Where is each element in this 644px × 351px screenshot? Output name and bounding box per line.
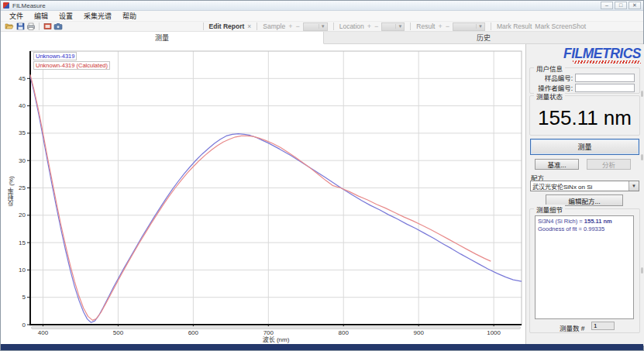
edit-report-close-icon[interactable]: × xyxy=(247,22,251,30)
svg-text:10: 10 xyxy=(19,267,26,274)
analyze-button[interactable]: 分析 xyxy=(587,159,631,170)
svg-text:15: 15 xyxy=(19,239,26,246)
menu-edit[interactable]: 编辑 xyxy=(29,10,53,22)
menu-settings[interactable]: 设置 xyxy=(53,10,78,22)
open-folder-icon xyxy=(5,22,14,30)
panel-grip-icon xyxy=(641,267,643,274)
panel-grip-icon xyxy=(641,91,643,97)
mark-result-button[interactable]: Mark Result xyxy=(497,22,532,30)
app-icon xyxy=(3,2,9,9)
details-line1: Si3N4 (Si Rich) = 155.11 nm xyxy=(538,218,631,225)
chevron-down-icon: ▼ xyxy=(476,24,484,29)
window-title: FILMeasure xyxy=(12,2,46,9)
measure-details-group: 测量细节 Si3N4 (Si Rich) = 155.11 nm Goodnes… xyxy=(529,208,640,333)
menu-file[interactable]: 文件 xyxy=(4,10,29,22)
menu-acquire-spectrum[interactable]: 采集光谱 xyxy=(78,10,117,22)
details-line2: Goodness of fit = 0.99335 xyxy=(538,225,631,233)
location-combobox[interactable]: ▼ xyxy=(381,22,405,31)
svg-text:600: 600 xyxy=(188,329,199,336)
location-add-button[interactable]: + xyxy=(367,22,371,30)
measure-details-text: Si3N4 (Si Rich) = 155.11 nm Goodness of … xyxy=(535,215,634,319)
recipe-select[interactable]: 武汉光安伦SiNx on Si ▼ xyxy=(530,181,639,191)
svg-text:5: 5 xyxy=(22,294,26,301)
result-add-button[interactable]: + xyxy=(438,22,442,30)
location-label: Location xyxy=(339,22,364,30)
open-file-button[interactable] xyxy=(4,22,15,31)
camera-icon xyxy=(53,22,63,30)
measure-status-group: 测量状态 155.11 nm xyxy=(529,95,640,136)
main-content: 4005006007008009001000051015202530354045… xyxy=(1,44,644,346)
user-info-title: 用户信息 xyxy=(534,64,565,73)
sample-add-button[interactable]: + xyxy=(288,22,292,30)
filmetrics-logo: FILMETRICS xyxy=(563,46,641,62)
operator-id-input[interactable] xyxy=(575,84,635,92)
edit-report-button[interactable]: Edit Report xyxy=(209,22,245,30)
print-button[interactable] xyxy=(26,22,36,31)
result-combobox[interactable]: ▼ xyxy=(453,22,485,31)
svg-text:900: 900 xyxy=(414,329,425,336)
result-remove-button[interactable]: − xyxy=(446,22,449,30)
baseline-tool-icon xyxy=(43,22,52,30)
mark-screenshot-button[interactable]: Mark ScreenShot xyxy=(535,22,586,30)
legend-calculated: Unknown-4319 (Calculated) xyxy=(33,61,110,70)
svg-text:1000: 1000 xyxy=(487,329,501,336)
svg-text:500: 500 xyxy=(113,329,124,336)
baseline-button[interactable]: 基准... xyxy=(535,159,579,170)
svg-text:25: 25 xyxy=(19,184,26,191)
svg-text:35: 35 xyxy=(19,129,26,136)
toolbar-separator xyxy=(39,22,40,30)
sample-remove-button[interactable]: − xyxy=(295,22,299,30)
menu-help[interactable]: 帮助 xyxy=(117,10,142,22)
logo-stripes-icon xyxy=(573,60,641,64)
close-button[interactable]: ✕ xyxy=(629,2,641,9)
bottom-status-bar xyxy=(1,344,643,350)
tab-measure[interactable]: 测量 xyxy=(1,32,324,44)
y-axis-title: 反射率 (%) xyxy=(7,141,15,242)
user-info-group: 用户信息 样品编号: 操作者编号: xyxy=(529,67,640,94)
svg-text:40: 40 xyxy=(19,102,26,109)
measure-details-title: 测量细节 xyxy=(534,205,565,214)
measure-count-input[interactable] xyxy=(591,322,615,330)
measure-count-label: 测量数 # xyxy=(560,323,585,332)
printer-icon xyxy=(26,22,36,30)
sample-id-label: 样品编号: xyxy=(530,73,575,82)
thickness-result: 155.11 nm xyxy=(530,106,639,130)
side-panel: FILMETRICS 用户信息 样品编号: 操作者编号: 测量状态 155.11… xyxy=(526,44,644,346)
chart-legend: Unknown-4319 Unknown-4319 (Calculated) xyxy=(33,52,110,70)
reflectance-chart: 4005006007008009001000051015202530354045… xyxy=(1,44,526,346)
svg-text:400: 400 xyxy=(38,329,49,336)
sample-combobox[interactable]: ▼ xyxy=(303,22,328,31)
menubar: 文件 编辑 设置 采集光谱 帮助 xyxy=(1,11,643,22)
legend-measured: Unknown-4319 xyxy=(33,52,77,60)
result-label: Result xyxy=(416,22,435,30)
tabstrip: 测量 历史 xyxy=(1,32,643,44)
report-toolbar: Edit Report × Sample + − ▼ Location + − … xyxy=(201,22,640,31)
save-button[interactable] xyxy=(15,22,26,31)
svg-text:20: 20 xyxy=(19,212,26,219)
location-remove-button[interactable]: − xyxy=(374,22,378,30)
chevron-down-icon[interactable]: ▼ xyxy=(629,181,639,191)
baseline-tool-button[interactable] xyxy=(42,22,53,31)
measure-status-title: 测量状态 xyxy=(534,91,565,101)
save-disk-icon xyxy=(16,22,25,30)
app-window: FILMeasure – □ ✕ 文件 编辑 设置 采集光谱 帮助 xyxy=(0,0,644,351)
chevron-down-icon: ▼ xyxy=(319,24,327,29)
sample-label: Sample xyxy=(263,22,285,30)
x-axis-title: 波长 (nm) xyxy=(229,335,322,343)
svg-text:0: 0 xyxy=(22,322,26,329)
spectrum-plot[interactable]: 4005006007008009001000051015202530354045 xyxy=(1,44,525,346)
svg-text:800: 800 xyxy=(339,329,350,336)
panel-grip-icon xyxy=(641,154,643,160)
toolbar: Edit Report × Sample + − ▼ Location + − … xyxy=(1,22,643,32)
minimize-button[interactable]: – xyxy=(601,2,613,9)
svg-text:45: 45 xyxy=(19,75,26,82)
sample-id-input[interactable] xyxy=(575,74,635,82)
svg-text:30: 30 xyxy=(19,157,26,164)
tab-history[interactable]: 历史 xyxy=(324,32,643,43)
chart-zoom-scrollbar[interactable] xyxy=(31,326,521,329)
screenshot-tool-button[interactable] xyxy=(53,22,64,31)
recipe-selected-value: 武汉光安伦SiNx on Si xyxy=(531,182,629,191)
chevron-down-icon: ▼ xyxy=(395,24,404,29)
maximize-button[interactable]: □ xyxy=(615,2,627,9)
measure-button[interactable]: 测量 xyxy=(530,139,639,155)
